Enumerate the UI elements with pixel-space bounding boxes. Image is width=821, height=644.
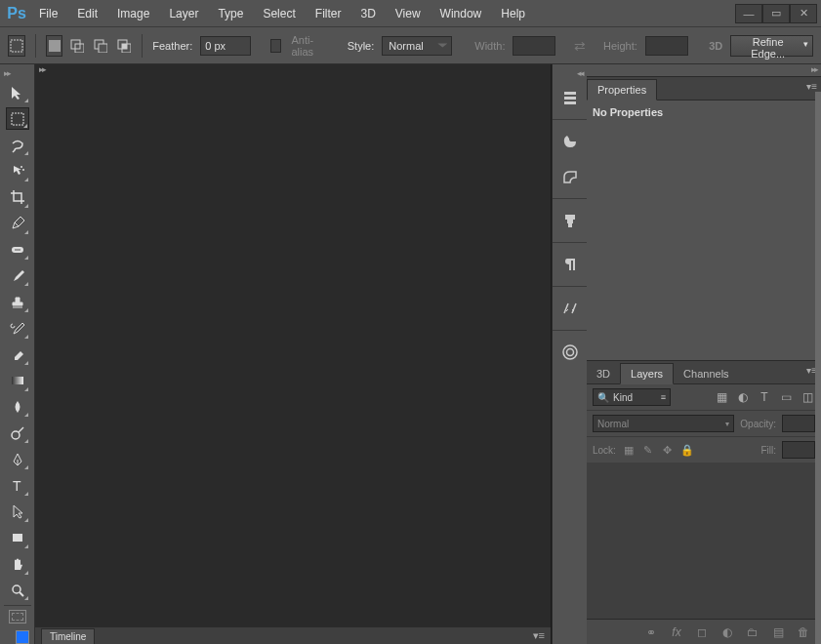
selection-new-icon[interactable]: [46, 35, 63, 57]
menu-select[interactable]: Select: [253, 3, 305, 24]
cc-libraries-icon[interactable]: [556, 339, 584, 366]
delete-layer-icon[interactable]: 🗑: [796, 624, 811, 640]
brush-tool[interactable]: [6, 264, 29, 287]
properties-body: No Properties: [587, 101, 821, 360]
zoom-tool[interactable]: [6, 580, 29, 602]
layers-panel: 3D Layers Channels ▾≡ 🔍Kind ▦ ◐ T ▭ ◫ No…: [587, 360, 821, 644]
menu-filter[interactable]: Filter: [306, 3, 351, 24]
link-layers-icon[interactable]: ⚭: [643, 624, 659, 640]
menu-image[interactable]: Image: [107, 3, 159, 24]
doc-tab-expand-icon[interactable]: ▸▸: [39, 64, 45, 74]
properties-tab[interactable]: Properties: [587, 79, 657, 101]
maximize-button[interactable]: ▭: [762, 4, 790, 23]
selection-intersect-icon[interactable]: [115, 35, 133, 57]
layer-fx-icon[interactable]: fx: [669, 624, 684, 640]
menu-view[interactable]: View: [386, 3, 431, 24]
brush-settings-icon[interactable]: [556, 207, 584, 234]
lock-transparency-icon: ▦: [622, 443, 636, 457]
type-tool[interactable]: T: [6, 474, 29, 497]
color-swatch[interactable]: [6, 629, 29, 644]
swatches-icon[interactable]: [556, 163, 584, 190]
pen-tool[interactable]: [6, 448, 29, 470]
quick-select-tool[interactable]: [6, 160, 29, 182]
filter-kind-select[interactable]: 🔍Kind: [593, 388, 671, 406]
menu-edit[interactable]: Edit: [67, 3, 107, 24]
move-tool[interactable]: [6, 81, 29, 103]
layer-group-icon[interactable]: 🗀: [745, 624, 760, 640]
eyedropper-tool[interactable]: [6, 213, 29, 235]
timeline-tab[interactable]: Timeline: [41, 628, 95, 644]
healing-brush-tool[interactable]: [6, 239, 29, 262]
menu-3d[interactable]: 3D: [350, 3, 385, 24]
swap-wh-icon: ⇄: [574, 38, 586, 54]
eraser-tool[interactable]: [6, 343, 29, 366]
svg-rect-12: [12, 247, 23, 253]
history-icon[interactable]: [556, 84, 584, 111]
new-layer-icon[interactable]: ▤: [770, 624, 786, 640]
selection-subtract-icon[interactable]: [92, 35, 109, 57]
layers-tab[interactable]: Layers: [620, 363, 674, 384]
adjustment-layer-icon[interactable]: ◐: [719, 624, 735, 640]
menu-file[interactable]: File: [29, 3, 67, 24]
adjustments-icon[interactable]: [556, 295, 584, 322]
options-bar: Feather: Anti-alias Style: Normal Width:…: [0, 27, 821, 64]
svg-rect-9: [12, 113, 23, 125]
history-brush-tool[interactable]: [6, 317, 29, 340]
rectangle-tool[interactable]: [6, 527, 29, 549]
channels-tab[interactable]: Channels: [674, 364, 738, 383]
opacity-label: Opacity:: [740, 419, 776, 429]
selection-add-icon[interactable]: [68, 35, 86, 57]
lasso-tool[interactable]: [6, 134, 29, 156]
svg-text:T: T: [13, 478, 21, 494]
tools-expand-icon[interactable]: ▸▸: [0, 68, 34, 79]
properties-menu-icon[interactable]: ▾≡: [806, 81, 817, 92]
3d-tab[interactable]: 3D: [587, 364, 620, 383]
menu-layer[interactable]: Layer: [159, 3, 208, 24]
panels-collapse-icon[interactable]: ▸▸: [587, 64, 821, 76]
menu-help[interactable]: Help: [491, 3, 535, 24]
close-button[interactable]: ✕: [790, 4, 817, 23]
blur-tool[interactable]: [6, 396, 29, 419]
gradient-tool[interactable]: [6, 370, 29, 392]
filter-adjust-icon[interactable]: ◐: [735, 389, 751, 405]
canvas-area[interactable]: ▸▸ Timeline ▾≡: [35, 64, 552, 644]
svg-rect-26: [568, 223, 572, 227]
refine-edge-button[interactable]: Refine Edge...: [730, 35, 813, 57]
feather-input[interactable]: [200, 36, 251, 56]
stamp-tool[interactable]: [6, 291, 29, 313]
svg-point-30: [566, 349, 573, 356]
svg-point-10: [21, 166, 22, 168]
separator: [553, 119, 587, 120]
filter-smart-icon[interactable]: ◫: [800, 389, 815, 405]
scrollbar[interactable]: [815, 92, 821, 644]
svg-point-29: [563, 345, 577, 359]
crop-tool[interactable]: [6, 186, 29, 209]
marquee-tool[interactable]: [6, 107, 29, 130]
quick-mask-toggle[interactable]: [9, 610, 26, 623]
timeline-panel: Timeline ▾≡: [35, 626, 551, 644]
minimize-button[interactable]: —: [735, 4, 762, 23]
menu-type[interactable]: Type: [208, 3, 253, 24]
background-color[interactable]: [16, 630, 29, 644]
dock-collapse-icon[interactable]: ◂◂: [553, 68, 587, 80]
svg-rect-22: [564, 97, 576, 100]
hand-tool[interactable]: [6, 553, 29, 576]
paragraph-icon[interactable]: [556, 251, 584, 278]
filter-pixel-icon[interactable]: ▦: [714, 389, 729, 405]
separator: [553, 330, 587, 331]
timeline-menu-icon[interactable]: ▾≡: [533, 629, 545, 642]
menu-window[interactable]: Window: [431, 3, 492, 24]
filter-type-icon[interactable]: T: [757, 389, 772, 405]
layers-tabs: 3D Layers Channels ▾≡: [587, 361, 821, 384]
layers-list[interactable]: [587, 463, 821, 619]
dodge-tool[interactable]: [6, 422, 29, 444]
layers-bottom-bar: ⚭ fx ◻ ◐ 🗀 ▤ 🗑: [587, 619, 821, 644]
layer-mask-icon[interactable]: ◻: [694, 624, 710, 640]
path-select-tool[interactable]: [6, 501, 29, 523]
style-select[interactable]: Normal: [382, 36, 452, 56]
marquee-preset-icon[interactable]: [8, 35, 25, 57]
height-label: Height:: [603, 40, 637, 52]
properties-tabs: Properties ▾≡: [587, 77, 821, 101]
color-icon[interactable]: [556, 128, 584, 155]
filter-shape-icon[interactable]: ▭: [778, 389, 794, 405]
